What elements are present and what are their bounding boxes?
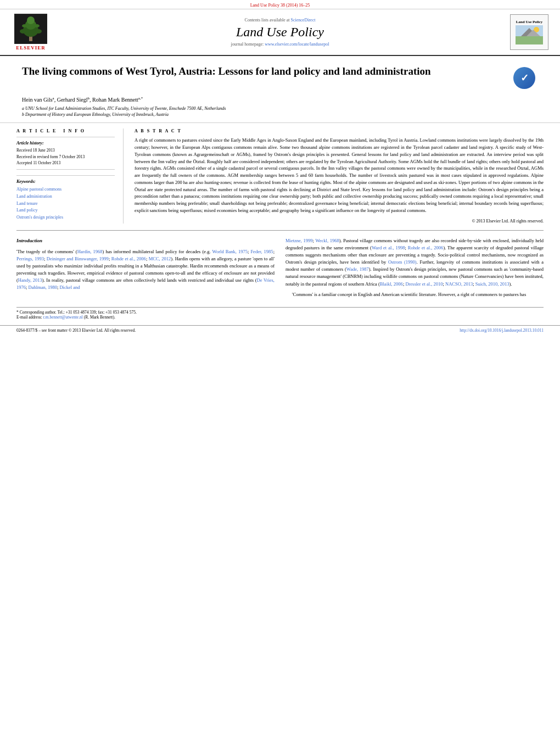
wade-link[interactable]: Wade, 1987 [346,266,369,272]
elsevier-logo: ELSEVIER [9,14,53,51]
journal-header: ELSEVIER Contents lists available at Sci… [0,9,560,56]
keywords-label: Keywords: [16,179,115,184]
left-column: A R T I C L E I N F O Article history: R… [16,129,124,223]
svg-point-5 [20,29,26,34]
homepage-link[interactable]: www.elsevier.com/locate/landusepol [265,42,329,47]
authors-line: Hein van Gilsa, Gerhard Sieglb, Rohan Ma… [22,96,538,103]
body-right-col: Mietzne, 1999; Weckl, 1968). Pastoral vi… [285,237,544,302]
keywords-box: Keywords: Alpine pastoral commons Land a… [16,175,115,221]
rohde-link[interactable]: Rohde et al., 2006 [111,256,146,261]
land-use-policy-logo: Land Use Policy [510,14,548,50]
article-info-label: A R T I C L E I N F O [16,129,115,133]
journal-reference: Land Use Policy 38 (2014) 16–25 [250,3,310,8]
ward-link[interactable]: Ward et al., 1998 [372,245,405,250]
article-body-header: A R T I C L E I N F O Article history: R… [0,123,560,223]
history-label: Article history: [16,141,115,146]
rohde2-link[interactable]: Rohde et al., 2006 [408,245,444,250]
revised-line: Received in revised form 7 October 2013 [16,154,115,160]
deininger-link[interactable]: Deininger and Binswanger, 1999 [47,256,109,261]
elsevier-label: ELSEVIER [16,45,46,51]
abstract-text: A right of commoners to pastures existed… [135,137,544,214]
contents-line: Contents lists available at ScienceDirec… [58,18,502,23]
author-gerhard-sup: b [87,96,89,101]
page: Land Use Policy 38 (2014) 16–25 [0,0,560,742]
affiliation-a: a UNU School for Land Administration Stu… [22,106,538,111]
section-divider [16,230,544,231]
abstract-label: A B S T R A C T [135,129,544,133]
sciencedirect-link[interactable]: ScienceDirect [291,18,316,23]
svg-rect-10 [516,36,543,44]
footnote-email-suffix: (R. Mark Bennett). [84,315,115,320]
affiliation-b: b Department of History and European Eth… [22,112,538,117]
article-history-box: Article history: Received 18 June 2013 R… [16,137,115,170]
page-footer: 0264-8377/$ – see front matter © 2013 El… [0,325,560,335]
article-title: The living commons of West Tyrol, Austri… [22,65,508,79]
keyword-2: Land administration [16,193,115,200]
body-left-col: Introduction 'The tragedy of the commons… [16,237,275,302]
logo-title: Land Use Policy [516,20,543,24]
received-line: Received 18 June 2013 [16,147,115,153]
doi-line[interactable]: http://dx.doi.org/10.1016/j.landusepol.2… [460,328,544,333]
issn-line: 0264-8377/$ – see front matter © 2013 El… [16,328,136,333]
logo-image [516,25,543,44]
ostrom-link[interactable]: Ostrom (1990) [388,259,417,265]
mcc-link[interactable]: MCC, 2012 [149,256,171,261]
author-gerhard: Gerhard Siegl [57,97,88,103]
dressler-link[interactable]: Dressler et al., 2010 [405,281,443,287]
accepted-line: Accepted 11 October 2013 [16,160,115,166]
suich-link[interactable]: Suich, 2010, 2013 [475,281,509,287]
svg-point-4 [27,16,35,24]
affiliations: a UNU School for Land Administration Stu… [22,106,538,117]
journal-logo-box: Land Use Policy [507,14,551,50]
intro-para-1: 'The tragedy of the commons' (Hardin, 19… [16,248,275,292]
body-two-col: Introduction 'The tragedy of the commons… [0,237,560,302]
keyword-4: Land policy [16,207,115,214]
mietzne-link[interactable]: Mietzne, 1999 [285,238,313,243]
copyright-line: © 2013 Elsevier Ltd. All rights reserved… [135,219,544,224]
handy-link[interactable]: Handy, 2013 [18,277,42,283]
keyword-3: Land tenure [16,200,115,208]
author-rohan-sup: a,* [138,96,143,101]
journal-center-info: Contents lists available at ScienceDirec… [58,18,502,47]
author-hein: Hein van Gils [22,97,53,103]
crossmark-icon[interactable] [513,67,535,89]
right-column: A B S T R A C T A right of commoners to … [124,129,544,223]
footnote-email-label: E-mail address: [16,315,42,320]
worldbank-link[interactable]: World Bank, 1975 [212,249,248,254]
intro-para-2: Mietzne, 1999; Weckl, 1968). Pastoral vi… [285,237,544,288]
perrings-link[interactable]: Perrings, 1993 [16,256,44,261]
dickel-link[interactable]: Dickel and [59,284,80,290]
article-header: The living commons of West Tyrol, Austri… [0,56,560,123]
footer-area: * Corresponding author. Tel.: +31 053 48… [0,302,560,320]
svg-point-7 [22,24,27,27]
footnote: * Corresponding author. Tel.: +31 053 48… [16,307,544,320]
feder-link[interactable]: Feder, 1985 [250,249,273,254]
article-title-row: The living commons of West Tyrol, Austri… [22,65,538,92]
intro-para-3: 'Commons' is a familiar concept in Engli… [285,291,544,298]
crossmark-badge[interactable] [513,67,538,92]
footnote-email[interactable]: r.m.bennett@utwente.nl [43,315,83,320]
weckl-link[interactable]: Weckl, 1968 [315,238,339,243]
elsevier-tree-icon [14,14,47,44]
homepage-line: journal homepage: www.elsevier.com/locat… [58,42,502,47]
top-bar: Land Use Policy 38 (2014) 16–25 [0,0,560,9]
svg-point-6 [35,29,42,34]
blaikl-link[interactable]: Blaikl, 2006 [380,281,403,287]
nacso-link[interactable]: NACSO, 2013 [445,281,473,287]
hardin-link[interactable]: Hardin, 1968 [77,249,103,254]
dahlman-link[interactable]: Dahlman, 1980 [29,284,57,290]
introduction-heading: Introduction [16,237,275,245]
svg-point-8 [34,24,40,27]
keyword-1: Alpine pastoral commons [16,186,115,193]
keyword-5: Ostrom's design principles [16,214,115,221]
author-rohan: Rohan Mark Bennett [92,97,138,103]
footnote-star: * Corresponding author. Tel.: +31 053 48… [16,310,137,315]
author-hein-sup: a [53,96,54,101]
journal-title: Land Use Policy [58,25,502,40]
